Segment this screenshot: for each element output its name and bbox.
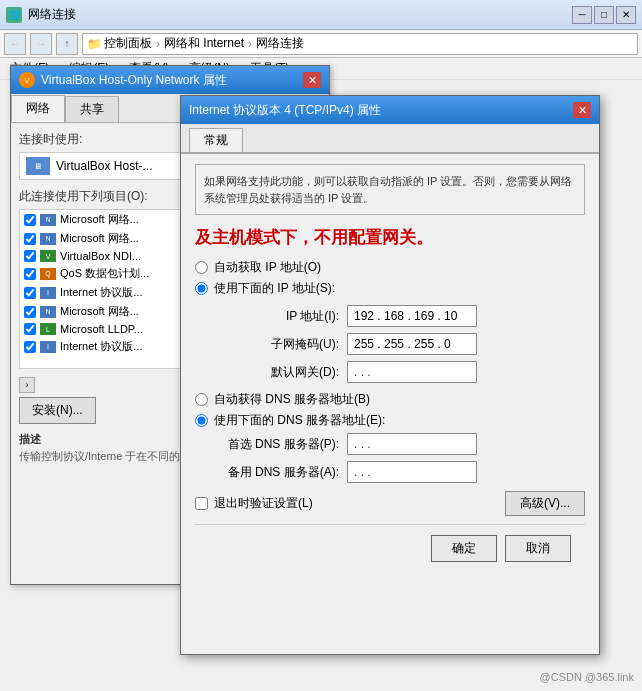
alternate-dns-row: 备用 DNS 服务器(A): . . .: [219, 461, 585, 483]
gateway-input[interactable]: . . .: [347, 361, 477, 383]
manual-ip-radio[interactable]: [195, 282, 208, 295]
minimize-button[interactable]: ─: [572, 6, 592, 24]
validate-checkbox-row: 退出时验证设置(L) 高级(V)...: [195, 491, 585, 516]
breadcrumb-icon: 📁: [87, 37, 102, 51]
vbox-close-button[interactable]: ✕: [303, 72, 321, 88]
item-icon-3: Q: [40, 268, 56, 280]
annotation-text: 及主机模式下，不用配置网关。: [195, 227, 585, 249]
item-label-4: Internet 协议版...: [60, 285, 143, 300]
auto-dns-radio[interactable]: [195, 393, 208, 406]
manual-ip-row: 使用下面的 IP 地址(S):: [195, 280, 585, 297]
breadcrumb-part1[interactable]: 控制面板: [104, 35, 152, 52]
bottom-bar: 确定 取消: [195, 524, 585, 572]
item-check-1[interactable]: [24, 233, 36, 245]
item-icon-2: V: [40, 250, 56, 262]
auto-ip-row: 自动获取 IP 地址(O): [195, 259, 585, 276]
tcpip-title-text: Internet 协议版本 4 (TCP/IPv4) 属性: [189, 102, 381, 119]
item-check-0[interactable]: [24, 214, 36, 226]
tcpip-tab-bar: 常规: [181, 124, 599, 154]
title-controls: ─ □ ✕: [572, 6, 636, 24]
manual-dns-row: 使用下面的 DNS 服务器地址(E):: [195, 412, 585, 429]
breadcrumb-sep2: ›: [248, 37, 252, 51]
item-check-3[interactable]: [24, 268, 36, 280]
close-button[interactable]: ✕: [616, 6, 636, 24]
manual-dns-radio[interactable]: [195, 414, 208, 427]
tcpip-dialog: Internet 协议版本 4 (TCP/IPv4) 属性 ✕ 常规 如果网络支…: [180, 95, 600, 655]
preferred-dns-label: 首选 DNS 服务器(P):: [219, 436, 339, 453]
preferred-dns-input[interactable]: . . .: [347, 433, 477, 455]
subnet-row: 子网掩码(U): 255 . 255 . 255 . 0: [219, 333, 585, 355]
item-label-0: Microsoft 网络...: [60, 212, 139, 227]
gateway-label: 默认网关(D):: [219, 364, 339, 381]
item-label-3: QoS 数据包计划...: [60, 266, 149, 281]
dns-section: 自动获得 DNS 服务器地址(B) 使用下面的 DNS 服务器地址(E): 首选…: [195, 391, 585, 483]
subnet-input[interactable]: 255 . 255 . 255 . 0: [347, 333, 477, 355]
validate-checkbox[interactable]: [195, 497, 208, 510]
item-label-2: VirtualBox NDI...: [60, 250, 141, 262]
tcpip-content: 如果网络支持此功能，则可以获取自动指派的 IP 设置。否则，您需要从网络系统管理…: [181, 154, 599, 582]
dns-fields: 首选 DNS 服务器(P): . . . 备用 DNS 服务器(A): . . …: [219, 433, 585, 483]
item-icon-0: N: [40, 214, 56, 226]
manual-dns-label: 使用下面的 DNS 服务器地址(E):: [214, 412, 385, 429]
ok-button[interactable]: 确定: [431, 535, 497, 562]
item-check-6[interactable]: [24, 323, 36, 335]
back-button[interactable]: ←: [4, 33, 26, 55]
subnet-label: 子网掩码(U):: [219, 336, 339, 353]
item-check-5[interactable]: [24, 306, 36, 318]
validate-label: 退出时验证设置(L): [214, 495, 313, 512]
auto-dns-label: 自动获得 DNS 服务器地址(B): [214, 391, 370, 408]
window-icon: 🌐: [6, 7, 22, 23]
ip-address-label: IP 地址(I):: [219, 308, 339, 325]
manual-ip-label: 使用下面的 IP 地址(S):: [214, 280, 335, 297]
gateway-row: 默认网关(D): . . .: [219, 361, 585, 383]
item-icon-6: L: [40, 323, 56, 335]
item-label-7: Internet 协议版...: [60, 339, 143, 354]
ip-address-row: IP 地址(I): 192 . 168 . 169 . 10: [219, 305, 585, 327]
item-label-1: Microsoft 网络...: [60, 231, 139, 246]
item-icon-1: N: [40, 233, 56, 245]
alternate-dns-label: 备用 DNS 服务器(A):: [219, 464, 339, 481]
auto-dns-row: 自动获得 DNS 服务器地址(B): [195, 391, 585, 408]
install-button[interactable]: 安装(N)...: [19, 397, 96, 424]
title-bar: 🌐 网络连接 ─ □ ✕: [0, 0, 642, 30]
breadcrumb: 📁 控制面板 › 网络和 Internet › 网络连接: [82, 33, 638, 55]
preferred-dns-row: 首选 DNS 服务器(P): . . .: [219, 433, 585, 455]
alternate-dns-input[interactable]: . . .: [347, 461, 477, 483]
adapter-icon: 🖥: [26, 157, 50, 175]
maximize-button[interactable]: □: [594, 6, 614, 24]
item-icon-5: N: [40, 306, 56, 318]
auto-ip-radio[interactable]: [195, 261, 208, 274]
item-check-2[interactable]: [24, 250, 36, 262]
info-box: 如果网络支持此功能，则可以获取自动指派的 IP 设置。否则，您需要从网络系统管理…: [195, 164, 585, 215]
list-scroll-down[interactable]: ›: [19, 377, 35, 393]
ip-fields: IP 地址(I): 192 . 168 . 169 . 10 子网掩码(U): …: [219, 305, 585, 383]
auto-ip-label: 自动获取 IP 地址(O): [214, 259, 321, 276]
up-button[interactable]: ↑: [56, 33, 78, 55]
item-icon-7: I: [40, 341, 56, 353]
watermark: @CSDN @365.link: [540, 671, 634, 683]
item-check-7[interactable]: [24, 341, 36, 353]
item-icon-4: I: [40, 287, 56, 299]
vbox-title-text: VirtualBox Host-Only Network 属性: [41, 72, 227, 89]
vbox-title-bar: V VirtualBox Host-Only Network 属性 ✕: [11, 66, 329, 94]
ip-address-input[interactable]: 192 . 168 . 169 . 10: [347, 305, 477, 327]
forward-button[interactable]: →: [30, 33, 52, 55]
cancel-button[interactable]: 取消: [505, 535, 571, 562]
item-label-5: Microsoft 网络...: [60, 304, 139, 319]
item-check-4[interactable]: [24, 287, 36, 299]
breadcrumb-part3[interactable]: 网络连接: [256, 35, 304, 52]
adapter-name: VirtualBox Host-...: [56, 159, 152, 173]
tcpip-tab-general[interactable]: 常规: [189, 128, 243, 152]
tab-share[interactable]: 共享: [65, 96, 119, 122]
info-text: 如果网络支持此功能，则可以获取自动指派的 IP 设置。否则，您需要从网络系统管理…: [204, 175, 572, 204]
ip-radio-group: 自动获取 IP 地址(O) 使用下面的 IP 地址(S):: [195, 259, 585, 297]
advanced-button[interactable]: 高级(V)...: [505, 491, 585, 516]
tcpip-close-button[interactable]: ✕: [573, 102, 591, 118]
breadcrumb-sep1: ›: [156, 37, 160, 51]
item-label-6: Microsoft LLDP...: [60, 323, 143, 335]
window-title: 网络连接: [28, 6, 76, 23]
vbox-title-icon: V: [19, 72, 35, 88]
tcpip-title-bar: Internet 协议版本 4 (TCP/IPv4) 属性 ✕: [181, 96, 599, 124]
tab-network[interactable]: 网络: [11, 95, 65, 122]
breadcrumb-part2[interactable]: 网络和 Internet: [164, 35, 244, 52]
